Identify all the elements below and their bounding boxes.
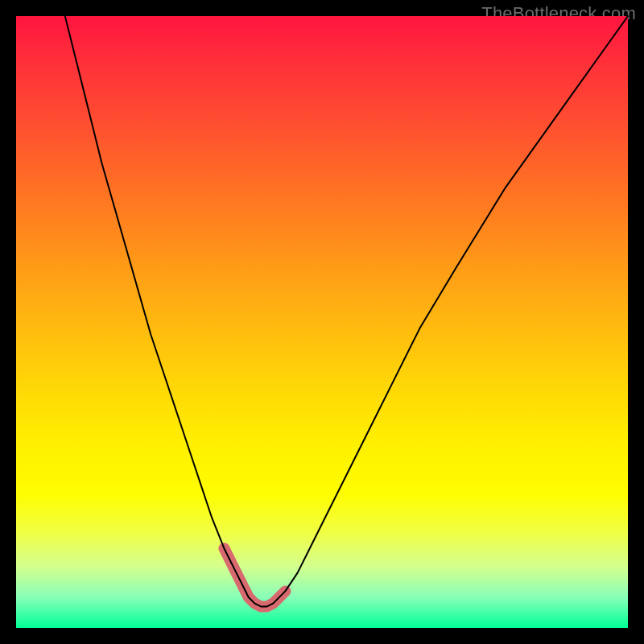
bottleneck-curve [65, 16, 628, 606]
chart-stage: TheBottleneck.com [0, 0, 644, 644]
plot-area [16, 16, 628, 628]
valley-highlight [224, 548, 285, 606]
curve-layer [16, 16, 628, 628]
